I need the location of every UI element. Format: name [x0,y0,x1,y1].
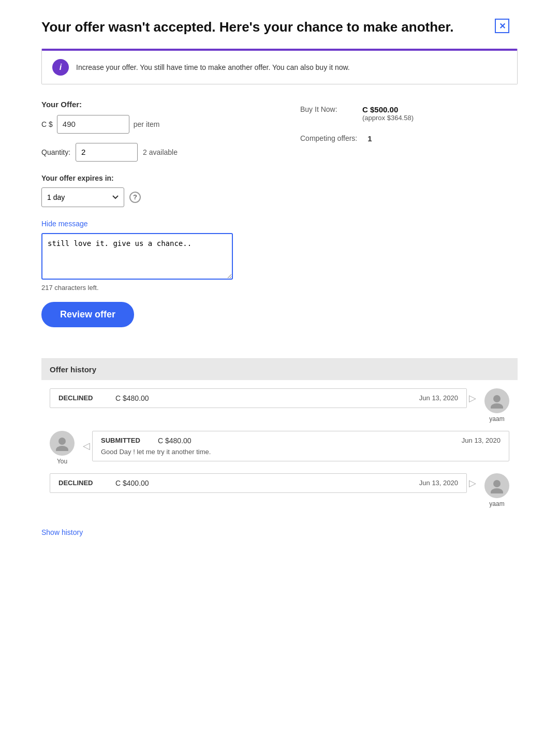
svg-point-3 [56,446,68,451]
avatar-col-yaam-1: yaam [484,388,509,423]
avatar-name-yaam-2: yaam [489,500,504,507]
svg-point-1 [491,403,503,409]
history-message-2: Good Day ! let me try it another time. [101,448,501,456]
history-date-1: Jun 13, 2020 [419,394,458,402]
history-price-3: C $400.00 [115,479,409,487]
history-arrow-3: ▷ [469,477,476,489]
buy-price-main: C $500.00 [362,105,414,114]
history-date-3: Jun 13, 2020 [419,479,458,487]
avatar-you [50,431,75,456]
history-arrow-1: ▷ [469,392,476,404]
quantity-label: Quantity: [41,148,70,156]
help-icon[interactable]: ? [129,192,141,203]
svg-point-4 [493,480,501,487]
svg-point-2 [58,438,66,445]
close-button[interactable]: ✕ [495,19,509,33]
page-title: Your offer wasn't accepted. Here's your … [41,19,466,36]
svg-point-5 [491,488,503,493]
expires-label: Your offer expires in: [41,174,280,182]
left-column: Your Offer: C $ per item Quantity: 2 ava… [41,100,280,343]
per-item-label: per item [134,120,160,128]
avatar-yaam-2 [484,473,509,498]
buy-now-row: Buy It Now: C $500.00 (approx $364.58) [300,105,518,122]
info-banner-text: Increase your offer. You still have time… [76,63,350,71]
info-banner: i Increase your offer. You still have ti… [41,49,518,84]
history-card-1: DECLINED C $480.00 Jun 13, 2020 [50,388,467,408]
history-item-2: You ◁ SUBMITTED C $480.00 Jun 13, 2020 G… [50,431,509,465]
available-label: 2 available [143,148,178,156]
avatar-col-you: You [50,431,75,465]
quantity-row: Quantity: 2 available [41,143,280,162]
history-status-3: DECLINED [58,479,105,487]
svg-point-0 [493,395,501,402]
competing-row: Competing offers: 1 [300,134,518,143]
page-wrapper: ✕ Your offer wasn't accepted. Here's you… [41,10,518,553]
history-price-1: C $480.00 [115,394,409,402]
history-card-row-2: SUBMITTED C $480.00 Jun 13, 2020 [101,437,501,445]
history-header: Offer history [41,359,518,380]
buy-price-approx: (approx $364.58) [362,114,414,122]
dropdown-row: 1 day 2 days 3 days ? [41,187,280,207]
history-card-row-3: DECLINED C $400.00 Jun 13, 2020 [58,479,458,487]
info-icon: i [52,59,69,76]
history-card-3: DECLINED C $400.00 Jun 13, 2020 [50,473,467,493]
buy-now-label: Buy It Now: [300,105,352,122]
message-textarea[interactable] [41,233,233,280]
avatar-name-yaam-1: yaam [489,415,504,423]
history-item-3: yaam DECLINED C $400.00 Jun 13, 2020 ▷ [50,473,509,507]
competing-label: Competing offers: [300,134,357,143]
history-card-row-1: DECLINED C $480.00 Jun 13, 2020 [58,394,458,402]
quantity-input[interactable] [76,143,138,162]
offer-history-section: Offer history yaam DECLINE [41,358,518,545]
your-offer-label: Your Offer: [41,100,280,109]
price-row: C $ per item [41,115,280,134]
right-column: Buy It Now: C $500.00 (approx $364.58) C… [300,100,518,343]
history-date-2: Jun 13, 2020 [462,437,501,444]
day-select[interactable]: 1 day 2 days 3 days [41,187,124,207]
history-item: yaam DECLINED C $480.00 Jun 13, 2020 ▷ [50,388,509,423]
avatar-col-yaam-2: yaam [484,473,509,507]
avatar-name-you: You [57,458,67,465]
currency-label: C $ [41,120,53,128]
history-price-2: C $480.00 [158,437,451,445]
history-status-2: SUBMITTED [101,437,148,444]
review-offer-button[interactable]: Review offer [41,302,134,327]
show-history-link[interactable]: Show history [41,528,83,536]
offer-input[interactable] [57,115,129,134]
competing-value: 1 [367,134,372,143]
history-status-1: DECLINED [58,394,105,402]
hide-message-link[interactable]: Hide message [41,220,88,228]
chars-left: 217 characters left. [41,284,280,292]
history-list: yaam DECLINED C $480.00 Jun 13, 2020 ▷ [41,380,518,524]
avatar-yaam-1 [484,388,509,413]
form-section: Your Offer: C $ per item Quantity: 2 ava… [41,100,518,343]
history-card-2: SUBMITTED C $480.00 Jun 13, 2020 Good Da… [92,431,509,461]
history-arrow-2: ◁ [83,440,90,452]
buy-now-price: C $500.00 (approx $364.58) [362,105,414,122]
